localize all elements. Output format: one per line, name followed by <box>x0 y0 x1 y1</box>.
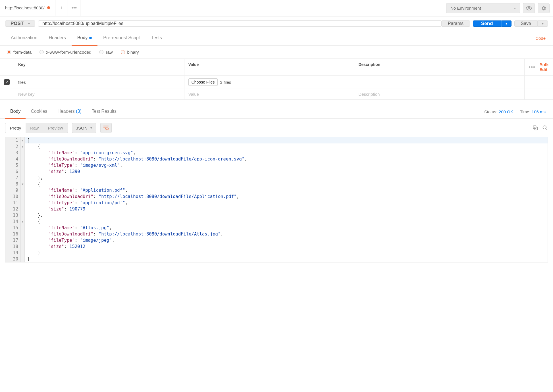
code-line: 8▾ { <box>5 181 548 187</box>
line-number: 10 <box>5 193 21 200</box>
code-line: 20] <box>5 256 548 262</box>
status-label: Status: <box>484 109 498 114</box>
request-url-input[interactable]: http://localhost:8080/uploadMultipleFile… <box>38 20 442 27</box>
bodytype-raw[interactable]: raw <box>99 50 113 55</box>
view-preview[interactable]: Preview <box>43 123 67 133</box>
line-number: 8 <box>5 181 21 187</box>
send-options-button[interactable]: ▾ <box>501 20 512 27</box>
resp-tab-headers[interactable]: Headers (3) <box>52 105 87 119</box>
line-number: 7 <box>5 175 21 181</box>
bodytype-binary[interactable]: binary <box>121 50 139 55</box>
formdata-key-cell[interactable]: files <box>14 76 184 89</box>
formdata-value-cell: Choose Files 3 files <box>184 76 355 89</box>
bulk-edit-button[interactable]: Bulk Edit <box>539 62 549 72</box>
unsaved-indicator-icon <box>47 6 50 9</box>
tab-options-button[interactable]: ••• <box>68 0 80 16</box>
params-button[interactable]: Params <box>442 20 470 27</box>
resp-tab-testresults[interactable]: Test Results <box>87 105 122 119</box>
view-raw[interactable]: Raw <box>26 123 43 133</box>
fold-gutter[interactable]: ▾ <box>21 137 25 143</box>
code-content: [ <box>25 137 548 143</box>
tab-body[interactable]: Body <box>72 31 97 46</box>
fold-gutter <box>21 231 25 237</box>
code-content: }, <box>25 175 45 181</box>
tab-headers[interactable]: Headers <box>43 31 71 46</box>
response-status-bar: Status: 200 OK Time: 106 ms <box>484 109 548 114</box>
code-link-label: Code <box>535 36 546 41</box>
radio-icon <box>40 50 44 54</box>
tab-authorization[interactable]: Authorization <box>5 31 43 46</box>
chevron-down-icon: ▾ <box>28 22 30 26</box>
row-enable-checkbox[interactable]: ✓ <box>4 79 10 85</box>
code-content: "fileDownloadUri": "http://localhost:808… <box>25 193 242 200</box>
code-link-button[interactable]: Code <box>533 31 548 45</box>
response-format-select[interactable]: JSON ▾ <box>72 123 96 133</box>
view-pretty[interactable]: Pretty <box>5 123 26 133</box>
wrap-lines-button[interactable] <box>100 123 112 133</box>
time-label: Time: <box>520 109 531 114</box>
line-number: 9 <box>5 187 21 193</box>
request-tab[interactable]: http://localhost:8080/ <box>0 0 55 16</box>
code-line: 10 "fileDownloadUri": "http://localhost:… <box>5 193 548 200</box>
choose-files-label: Choose Files <box>192 80 215 84</box>
ellipsis-icon: ••• <box>71 5 77 11</box>
fold-gutter <box>21 193 25 200</box>
line-number: 11 <box>5 200 21 206</box>
new-desc-input[interactable]: Description <box>354 89 525 99</box>
code-line: 14▾ { <box>5 218 548 225</box>
new-value-input[interactable]: Value <box>184 89 355 99</box>
fold-gutter[interactable]: ▾ <box>21 181 25 187</box>
environment-quicklook-button[interactable] <box>523 3 535 13</box>
svg-point-0 <box>528 7 530 9</box>
svg-point-4 <box>543 126 546 129</box>
save-options-button[interactable]: ▾ <box>538 20 548 27</box>
environment-select[interactable]: No Environment ▾ <box>446 3 520 13</box>
tab-tests[interactable]: Tests <box>145 31 167 46</box>
chevron-down-icon: ▾ <box>542 22 544 26</box>
code-content: "fileType": "image/jpeg", <box>25 237 117 243</box>
fold-gutter[interactable]: ▾ <box>21 143 25 150</box>
fold-gutter <box>21 150 25 156</box>
send-button[interactable]: Send <box>473 20 501 27</box>
radio-label: binary <box>127 50 139 55</box>
bodytype-urlencoded[interactable]: x-www-form-urlencoded <box>40 50 91 55</box>
environment-label: No Environment <box>450 6 481 11</box>
search-response-button[interactable] <box>542 125 548 131</box>
tab-label: Pre-request Script <box>103 35 140 40</box>
formdata-key-value: files <box>18 80 26 85</box>
new-key-input[interactable]: New key <box>14 89 184 99</box>
tab-label: Headers <box>57 109 74 114</box>
code-line: 17 "fileType": "image/jpeg", <box>5 237 548 243</box>
save-button[interactable]: Save <box>514 20 538 27</box>
radio-label: raw <box>106 50 113 55</box>
code-line: 15 "fileName": "Atlas.jpg", <box>5 225 548 231</box>
code-line: 1▾[ <box>5 137 548 143</box>
copy-response-button[interactable] <box>533 125 538 131</box>
resp-tab-body[interactable]: Body <box>5 105 26 119</box>
line-number: 16 <box>5 231 21 237</box>
radio-label: form-data <box>13 50 32 55</box>
column-options-button[interactable]: ••• <box>529 64 535 70</box>
line-number: 18 <box>5 243 21 250</box>
code-line: 19 } <box>5 250 548 256</box>
tab-label: Test Results <box>92 109 117 114</box>
seg-label: Pretty <box>10 126 21 130</box>
params-button-label: Params <box>448 21 463 26</box>
new-tab-button[interactable]: + <box>55 0 68 16</box>
code-content: "fileDownloadUri": "http://localhost:808… <box>25 231 226 237</box>
fold-gutter[interactable]: ▾ <box>21 218 25 225</box>
settings-button[interactable] <box>538 3 550 13</box>
tab-prerequest[interactable]: Pre-request Script <box>97 31 145 46</box>
resp-tab-cookies[interactable]: Cookies <box>26 105 52 119</box>
bodytype-formdata[interactable]: form-data <box>7 50 32 55</box>
fold-gutter <box>21 187 25 193</box>
eye-icon <box>526 5 532 11</box>
request-tab-title: http://localhost:8080/ <box>5 5 44 10</box>
line-number: 4 <box>5 156 21 162</box>
seg-label: Raw <box>30 126 39 130</box>
code-content: { <box>25 143 43 150</box>
fold-gutter <box>21 162 25 168</box>
choose-files-button[interactable]: Choose Files <box>188 78 218 86</box>
http-method-select[interactable]: POST ▾ <box>5 20 35 27</box>
response-body-viewer[interactable]: 1▾[2▾ {3 "fileName": "app-icon-green.svg… <box>5 137 548 262</box>
